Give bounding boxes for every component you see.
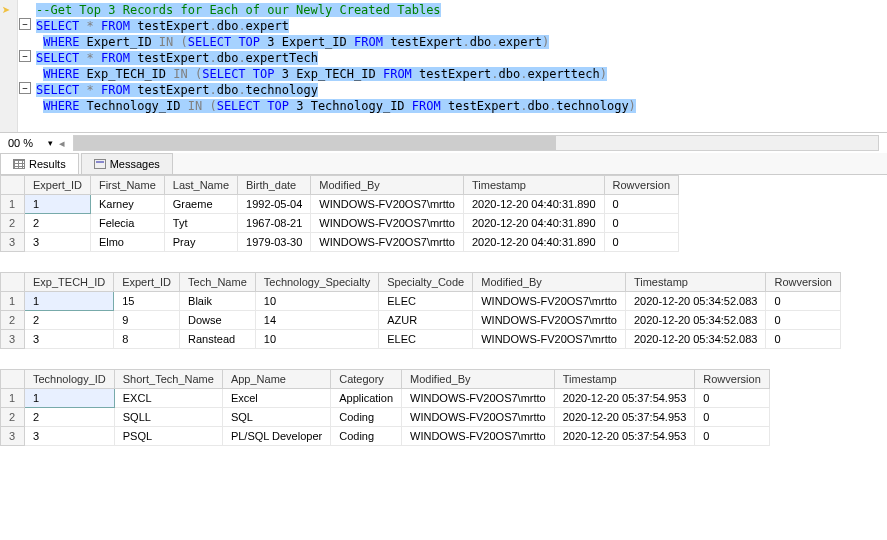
zoom-dropdown-icon[interactable]: ▾ bbox=[48, 138, 53, 148]
fold-toggle[interactable]: − bbox=[19, 50, 31, 62]
cell[interactable]: 2020-12-20 05:34:52.083 bbox=[625, 311, 766, 330]
cell[interactable]: 1967-08-21 bbox=[238, 214, 311, 233]
cell[interactable]: 9 bbox=[114, 311, 180, 330]
data-table[interactable]: Expert_IDFirst_NameLast_NameBirth_dateMo… bbox=[0, 175, 679, 252]
cell[interactable]: 1 bbox=[25, 292, 114, 311]
column-header[interactable]: App_Name bbox=[222, 370, 330, 389]
data-table[interactable]: Exp_TECH_IDExpert_IDTech_NameTechnology_… bbox=[0, 272, 841, 349]
cell[interactable]: WINDOWS-FV20OS7\mrtto bbox=[402, 427, 555, 446]
sql-editor[interactable]: ➤ − − − --Get Top 3 Records for Each of … bbox=[0, 0, 887, 132]
cell[interactable]: WINDOWS-FV20OS7\mrtto bbox=[311, 233, 464, 252]
row-number[interactable]: 3 bbox=[1, 233, 25, 252]
cell[interactable]: WINDOWS-FV20OS7\mrtto bbox=[402, 389, 555, 408]
column-header[interactable]: Technology_ID bbox=[25, 370, 115, 389]
cell[interactable]: WINDOWS-FV20OS7\mrtto bbox=[473, 330, 626, 349]
cell[interactable]: PL/SQL Developer bbox=[222, 427, 330, 446]
cell[interactable]: 1 bbox=[25, 389, 115, 408]
table-row[interactable]: 1115Blaik10ELECWINDOWS-FV20OS7\mrtto2020… bbox=[1, 292, 841, 311]
row-number[interactable]: 2 bbox=[1, 408, 25, 427]
cell[interactable]: Graeme bbox=[164, 195, 237, 214]
column-header[interactable]: Birth_date bbox=[238, 176, 311, 195]
cell[interactable]: Tyt bbox=[164, 214, 237, 233]
cell[interactable]: Elmo bbox=[90, 233, 164, 252]
column-header[interactable]: Timestamp bbox=[554, 370, 695, 389]
column-header[interactable]: Modified_By bbox=[311, 176, 464, 195]
column-header[interactable]: Category bbox=[331, 370, 402, 389]
column-header[interactable]: Rowversion bbox=[604, 176, 678, 195]
column-header[interactable]: Specialty_Code bbox=[379, 273, 473, 292]
cell[interactable]: 0 bbox=[766, 330, 840, 349]
fold-toggle[interactable]: − bbox=[19, 82, 31, 94]
cell[interactable]: WINDOWS-FV20OS7\mrtto bbox=[473, 311, 626, 330]
cell[interactable]: 2020-12-20 04:40:31.890 bbox=[464, 195, 605, 214]
row-number[interactable]: 1 bbox=[1, 292, 25, 311]
table-row[interactable]: 33PSQLPL/SQL DeveloperCodingWINDOWS-FV20… bbox=[1, 427, 770, 446]
cell[interactable]: 8 bbox=[114, 330, 180, 349]
cell[interactable]: 0 bbox=[766, 311, 840, 330]
cell[interactable]: WINDOWS-FV20OS7\mrtto bbox=[402, 408, 555, 427]
cell[interactable]: ELEC bbox=[379, 292, 473, 311]
table-row[interactable]: 338Ranstead10ELECWINDOWS-FV20OS7\mrtto20… bbox=[1, 330, 841, 349]
cell[interactable]: 2020-12-20 04:40:31.890 bbox=[464, 233, 605, 252]
horizontal-scrollbar[interactable] bbox=[73, 135, 879, 151]
cell[interactable]: 10 bbox=[255, 292, 378, 311]
cell[interactable]: PSQL bbox=[114, 427, 222, 446]
cell[interactable]: 0 bbox=[604, 195, 678, 214]
cell[interactable]: Pray bbox=[164, 233, 237, 252]
column-header[interactable]: Last_Name bbox=[164, 176, 237, 195]
column-header[interactable]: Technology_Specialty bbox=[255, 273, 378, 292]
cell[interactable]: Excel bbox=[222, 389, 330, 408]
cell[interactable]: 2 bbox=[25, 214, 91, 233]
cell[interactable]: Blaik bbox=[180, 292, 256, 311]
cell[interactable]: 0 bbox=[695, 389, 769, 408]
column-header[interactable]: Expert_ID bbox=[114, 273, 180, 292]
cell[interactable]: 3 bbox=[25, 233, 91, 252]
cell[interactable]: 3 bbox=[25, 427, 115, 446]
table-row[interactable]: 22FeleciaTyt1967-08-21WINDOWS-FV20OS7\mr… bbox=[1, 214, 679, 233]
cell[interactable]: 0 bbox=[766, 292, 840, 311]
cell[interactable]: WINDOWS-FV20OS7\mrtto bbox=[473, 292, 626, 311]
cell[interactable]: 2020-12-20 05:34:52.083 bbox=[625, 292, 766, 311]
table-row[interactable]: 11EXCLExcelApplicationWINDOWS-FV20OS7\mr… bbox=[1, 389, 770, 408]
row-number[interactable]: 3 bbox=[1, 427, 25, 446]
row-number[interactable]: 1 bbox=[1, 195, 25, 214]
cell[interactable]: 1992-05-04 bbox=[238, 195, 311, 214]
data-table[interactable]: Technology_IDShort_Tech_NameApp_NameCate… bbox=[0, 369, 770, 446]
cell[interactable]: SQL bbox=[222, 408, 330, 427]
cell[interactable]: 2 bbox=[25, 408, 115, 427]
column-header[interactable]: First_Name bbox=[90, 176, 164, 195]
cell[interactable]: 2020-12-20 04:40:31.890 bbox=[464, 214, 605, 233]
cell[interactable]: 0 bbox=[695, 427, 769, 446]
fold-toggle[interactable]: − bbox=[19, 18, 31, 30]
cell[interactable]: EXCL bbox=[114, 389, 222, 408]
column-header[interactable]: Timestamp bbox=[464, 176, 605, 195]
cell[interactable]: 15 bbox=[114, 292, 180, 311]
cell[interactable]: 0 bbox=[604, 214, 678, 233]
cell[interactable]: AZUR bbox=[379, 311, 473, 330]
row-number[interactable]: 2 bbox=[1, 311, 25, 330]
cell[interactable]: 2020-12-20 05:34:52.083 bbox=[625, 330, 766, 349]
row-number[interactable]: 1 bbox=[1, 389, 25, 408]
column-header[interactable]: Rowversion bbox=[766, 273, 840, 292]
cell[interactable]: 2020-12-20 05:37:54.953 bbox=[554, 389, 695, 408]
row-number[interactable]: 2 bbox=[1, 214, 25, 233]
table-row[interactable]: 33ElmoPray1979-03-30WINDOWS-FV20OS7\mrtt… bbox=[1, 233, 679, 252]
column-header[interactable]: Expert_ID bbox=[25, 176, 91, 195]
table-row[interactable]: 11KarneyGraeme1992-05-04WINDOWS-FV20OS7\… bbox=[1, 195, 679, 214]
column-header[interactable]: Timestamp bbox=[625, 273, 766, 292]
cell[interactable]: WINDOWS-FV20OS7\mrtto bbox=[311, 195, 464, 214]
cell[interactable]: 0 bbox=[695, 408, 769, 427]
cell[interactable]: Application bbox=[331, 389, 402, 408]
cell[interactable]: 14 bbox=[255, 311, 378, 330]
cell[interactable]: Dowse bbox=[180, 311, 256, 330]
cell[interactable]: Felecia bbox=[90, 214, 164, 233]
column-header[interactable]: Exp_TECH_ID bbox=[25, 273, 114, 292]
cell[interactable]: 1979-03-30 bbox=[238, 233, 311, 252]
cell[interactable]: 3 bbox=[25, 330, 114, 349]
cell[interactable]: 2 bbox=[25, 311, 114, 330]
tab-messages[interactable]: Messages bbox=[81, 153, 173, 174]
cell[interactable]: Coding bbox=[331, 427, 402, 446]
column-header[interactable]: Short_Tech_Name bbox=[114, 370, 222, 389]
zoom-input[interactable] bbox=[8, 137, 48, 149]
cell[interactable]: WINDOWS-FV20OS7\mrtto bbox=[311, 214, 464, 233]
